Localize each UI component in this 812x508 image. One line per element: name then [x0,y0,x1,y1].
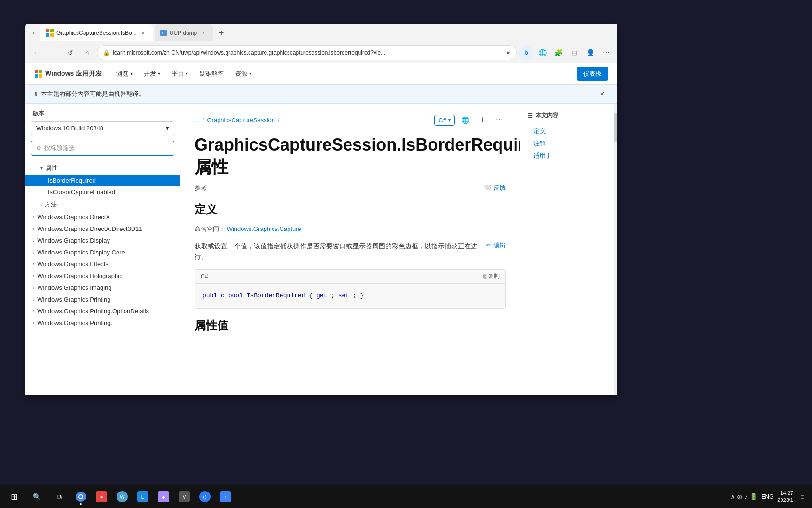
edit-button[interactable]: ✏ 编辑 [486,241,506,251]
code-punct-semi1: ; [331,292,338,299]
banner-icon: ℹ [35,91,37,98]
toc-item-definition[interactable]: 定义 [528,125,606,137]
taskbar-lang[interactable]: ENG [761,493,773,500]
tree-item-effects[interactable]: › Windows.Graphics.Effects [25,258,180,270]
copy-button[interactable]: ⎘ 复制 [483,272,500,280]
taskbar-app-6[interactable]: V [175,487,194,506]
tree-item-iscursorcaptureenabled[interactable]: IsCursorCaptureEnabled [25,186,180,198]
address-bar[interactable]: 🔒 learn.microsoft.com/zh-CN/uwp/api/wind… [97,45,517,60]
taskbar-date: 2023/1 [777,497,793,504]
version-select[interactable]: Windows 10 Build 20348 ▾ [31,121,174,135]
back-button[interactable]: ← [29,45,44,60]
taskbar-app-8[interactable]: ↑ [216,487,235,506]
tab-chevron-left[interactable]: ‹ [29,28,39,38]
tree-item-holographic[interactable]: › Windows Graphics Holographic [25,270,180,282]
chrome-icon [76,492,86,502]
tree-item-display[interactable]: › Windows Graphics Display [25,235,180,246]
search-button[interactable]: 🔍 [26,486,47,507]
address-text: learn.microsoft.com/zh-CN/uwp/api/window… [113,49,503,56]
tree-item-directx[interactable]: › Windows.Graphics.DirectX [25,211,180,223]
info-button[interactable]: ℹ [476,113,489,127]
breadcrumb-class[interactable]: GraphicsCaptureSession [207,117,275,124]
version-select-chevron: ▾ [166,125,169,132]
start-button[interactable]: ⊞ [4,486,24,507]
code-keyword-public: public [203,292,225,299]
feedback-button[interactable]: 🤍 反馈 [484,184,506,192]
imaging-chevron: › [33,285,34,290]
nav-troubleshoot[interactable]: 疑难解答 [195,63,228,85]
tree-item-printing-optiondetails[interactable]: › Windows.Graphics.Printing.OptionDetail… [25,305,180,317]
tree-item-printing[interactable]: › Windows Graphics Printing [25,294,180,305]
breadcrumb-ellipsis[interactable]: ... [195,117,200,124]
sidebar: 版本 Windows 10 Build 20348 ▾ ⚙ 按标题筛选 ▾ 属性 [25,104,180,395]
breadcrumb-sep2: / [278,117,280,124]
taskbar-app-2[interactable]: ● [92,487,111,506]
desktop: ‹ GraphicsCaptureSession.IsBo... × U UUP… [0,0,812,508]
taskbar-app-4[interactable]: E [133,487,152,506]
namespace-link[interactable]: Windows.Graphics.Capture [227,225,301,232]
direct3d11-chevron: › [33,226,34,231]
content-scrollbar[interactable] [614,104,617,395]
taskbar-app-5[interactable]: ◆ [154,487,173,506]
content-area: ... / GraphicsCaptureSession / C# ▾ 🌐 ℹ … [180,104,520,395]
refresh-button[interactable]: ↺ [63,45,78,60]
tree-item-isborderrequired[interactable]: IsBorderRequired [25,175,180,186]
taskbar-app-7[interactable]: ⟨⟩ [195,487,214,506]
more-button[interactable]: ⋯ [492,113,506,127]
docs-logo[interactable]: Windows 应用开发 [35,70,102,78]
taskbar-app-chrome[interactable] [71,487,90,506]
tray-battery[interactable]: 🔋 [750,493,757,500]
dashboard-button[interactable]: 仪表板 [577,67,608,81]
notification-button[interactable]: □ [797,486,808,507]
sidebar-search[interactable]: ⚙ 按标题筛选 [31,141,174,156]
tab-close-2[interactable]: × [200,29,207,37]
ms-favicon [46,29,54,37]
code-keyword-get: get [316,292,327,299]
taskbar-clock[interactable]: 14:27 2023/1 [777,490,793,504]
app4-icon: E [137,491,148,502]
tray-chevron[interactable]: ∧ [730,493,735,500]
taskbar: ⊞ 🔍 ⧉ ● W E ◆ V ⟨⟩ [0,485,812,508]
tree-item-display-core[interactable]: › Windows Graphics Display Core [25,246,180,258]
nav-develop[interactable]: 开发 ▾ [139,63,165,85]
globe-button[interactable]: 🌐 [459,113,472,127]
code-block: C# ⎘ 复制 public bool IsBorderRequired [195,269,506,309]
taskbar-app-3[interactable]: W [113,487,132,506]
tray-volume[interactable]: ♪ [744,493,748,500]
home-button[interactable]: ⌂ [80,45,95,60]
tray-network[interactable]: ⊕ [737,493,742,500]
forward-button[interactable]: → [46,45,61,60]
tab-graphicscapturesession[interactable]: GraphicsCaptureSession.IsBo... × [40,24,153,41]
profile-btn[interactable]: 👤 [583,45,598,60]
code-keyword-bool: bool [228,292,243,299]
nav-browse[interactable]: 浏览 ▾ [111,63,137,85]
toc-item-appliesto[interactable]: 适用于 [528,150,606,162]
printing-chevron: › [33,297,34,302]
tree-item-methods[interactable]: › 方法 [25,198,180,211]
toc-item-notes[interactable]: 注解 [528,137,606,150]
app5-icon: ◆ [158,491,169,502]
new-tab-button[interactable]: + [215,26,228,40]
bing-btn[interactable]: b [519,45,534,60]
app7-icon: ⟨⟩ [199,491,211,502]
lang-selector[interactable]: C# ▾ [434,115,455,126]
nav-bar: ← → ↺ ⌂ 🔒 learn.microsoft.com/zh-CN/uwp/… [25,42,617,63]
holographic-chevron: › [33,273,34,278]
taskview-button[interactable]: ⧉ [49,486,70,507]
tree-item-imaging[interactable]: › Windows Graphics Imaging [25,282,180,294]
tab-close-1[interactable]: × [140,29,147,37]
tree-item-printing2[interactable]: › Windows.Graphics.Printing. [25,317,180,329]
tree-item-props[interactable]: ▾ 属性 [25,161,180,175]
tab-uupdump[interactable]: U UUP dump × [155,24,213,41]
nav-resources[interactable]: 资源 ▾ [230,63,256,85]
page-title: GraphicsCaptureSession.IsBorderRequired … [195,134,506,178]
props-chevron: ▾ [40,166,43,171]
tree-item-direct3d11[interactable]: › Windows.Graphics.DirectX.Direct3D11 [25,223,180,235]
banner-close-button[interactable]: × [597,88,608,100]
translate-btn[interactable]: 🌐 [535,45,550,60]
extensions-btn[interactable]: 🧩 [551,45,566,60]
menu-btn[interactable]: ⋯ [599,45,614,60]
code-property-name: IsBorderRequired [247,292,305,299]
nav-platform[interactable]: 平台 ▾ [167,63,193,85]
sidebar-btn[interactable]: ⊟ [567,45,582,60]
